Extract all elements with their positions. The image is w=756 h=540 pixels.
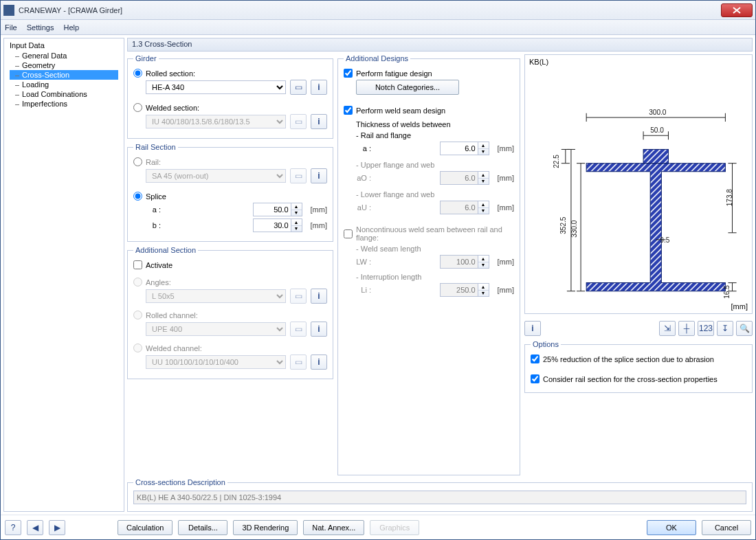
check-activate[interactable]: Activate: [133, 260, 327, 269]
close-icon: [733, 7, 741, 14]
library-button[interactable]: ▭: [290, 80, 307, 95]
dialog-footer: ? ◀ ▶ Calculation Details... 3D Renderin…: [1, 515, 755, 539]
check-weldseam-input[interactable]: [344, 106, 353, 115]
check-rail-props-input[interactable]: [531, 374, 540, 383]
info-button[interactable]: i: [311, 289, 327, 304]
weldseam-length-label: - Weld seam length: [344, 245, 514, 253]
preview-toolbar: i ⇲ ┼ 123 ↧ 🔍: [524, 321, 753, 336]
rail-legend: Rail Section: [133, 143, 178, 151]
addsec-legend: Additional Section: [133, 246, 198, 254]
check-abrasion-input[interactable]: [531, 355, 540, 363]
3d-rendering-button[interactable]: 3D Rendering: [233, 520, 298, 535]
radio-rolled-section[interactable]: Rolled section:: [133, 69, 327, 78]
check-noncontinuous-input[interactable]: [344, 229, 353, 238]
radio-rolled-channel: Rolled channel:: [133, 311, 327, 319]
angles-select: L 50x5: [146, 289, 286, 303]
radio-rail[interactable]: Rail:: [133, 157, 327, 166]
tree-item-imperfections[interactable]: Imperfections: [10, 99, 118, 109]
menubar: File Settings Help: [1, 20, 755, 35]
rolled-section-select[interactable]: HE-A 340: [146, 80, 286, 94]
weld-a-label: a :: [356, 144, 371, 153]
tree-item-cross-section[interactable]: Cross-Section: [10, 70, 118, 80]
next-button[interactable]: ▶: [49, 520, 65, 535]
check-rail-props-label: Consider rail section for the cross-sect…: [543, 375, 718, 383]
ok-button[interactable]: OK: [647, 520, 696, 535]
check-rail-props[interactable]: Consider rail section for the cross-sect…: [531, 374, 746, 383]
check-abrasion[interactable]: 25% reduction of the splice section due …: [531, 355, 746, 363]
welded-channel-select: UU 100/100/10/10/10/400: [146, 355, 286, 369]
menu-settings[interactable]: Settings: [27, 23, 54, 32]
menu-help[interactable]: Help: [63, 23, 79, 32]
notch-categories-button[interactable]: Notch Categories...: [356, 80, 459, 95]
svg-text:16.5: 16.5: [723, 285, 731, 299]
splice-a-input[interactable]: ▲▼: [253, 203, 302, 216]
check-weldseam-label: Perform weld seam design: [356, 106, 445, 115]
check-weldseam[interactable]: Perform weld seam design: [344, 106, 514, 115]
calculation-button[interactable]: Calculation: [118, 520, 173, 535]
lw-input: ▲▼: [440, 255, 489, 269]
group-girder: Girder Rolled section: HE-A 340 ▭ i Weld…: [127, 54, 333, 139]
unit-mm: [mm]: [498, 144, 514, 153]
info-button[interactable]: i: [311, 355, 327, 370]
check-fatigue[interactable]: Perform fatigue design: [344, 69, 514, 78]
view-dims-icon[interactable]: ⇲: [659, 321, 676, 336]
view-axes-icon[interactable]: ┼: [678, 321, 695, 336]
group-description: Cross-sections Description: [127, 478, 753, 512]
preview-label: KB(L): [529, 58, 548, 66]
description-field: [133, 491, 746, 504]
details-button[interactable]: Details...: [178, 520, 227, 535]
interruption-length-label: - Interruption length: [344, 273, 514, 281]
nat-annex-button[interactable]: Nat. Annex...: [303, 520, 364, 535]
radio-rolled-input[interactable]: [133, 69, 142, 78]
radio-splice[interactable]: Splice: [133, 192, 327, 201]
rail-flange-label: - Rail and flange: [344, 131, 514, 139]
info-button[interactable]: i: [311, 114, 327, 129]
tree-item-loading[interactable]: Loading: [10, 80, 118, 89]
view-axes2-icon[interactable]: ↧: [717, 321, 733, 336]
radio-splice-input[interactable]: [133, 192, 142, 201]
lower-label: - Lower flange and web: [344, 190, 514, 199]
zoom-icon[interactable]: 🔍: [736, 321, 753, 336]
radio-welded-section[interactable]: Welded section:: [133, 103, 327, 112]
weld-a-input[interactable]: ▲▼: [440, 142, 489, 155]
info-button[interactable]: i: [311, 80, 327, 95]
check-activate-input[interactable]: [133, 260, 142, 269]
info-button[interactable]: i: [311, 322, 327, 337]
tree-item-load-combinations[interactable]: Load Combinations: [10, 89, 118, 99]
weld-ao-label: aO :: [356, 174, 371, 182]
tree-item-general-data[interactable]: General Data: [10, 51, 118, 60]
svg-text:9.5: 9.5: [660, 236, 669, 244]
help-button[interactable]: ?: [5, 520, 21, 535]
check-fatigue-input[interactable]: [344, 69, 353, 78]
navigator-tree: Input Data General DataGeometryCross-Sec…: [3, 38, 124, 512]
check-fatigue-label: Perform fatigue design: [356, 69, 432, 78]
li-label: Li :: [356, 286, 371, 294]
tree-item-geometry[interactable]: Geometry: [10, 60, 118, 70]
info-button[interactable]: i: [311, 168, 327, 183]
weld-au-input: ▲▼: [440, 201, 489, 214]
rolled-channel-select: UPE 400: [146, 322, 286, 336]
menu-file[interactable]: File: [5, 23, 17, 32]
page-title: 1.3 Cross-Section: [127, 38, 753, 52]
radio-welded-input[interactable]: [133, 103, 142, 112]
library-button: ▭: [290, 168, 307, 183]
radio-rail-input[interactable]: [133, 157, 142, 166]
svg-text:22.5: 22.5: [553, 155, 560, 168]
cancel-button[interactable]: Cancel: [702, 520, 751, 535]
unit-mm: [mm]: [498, 286, 514, 294]
check-abrasion-label: 25% reduction of the splice section due …: [543, 355, 714, 363]
welded-section-select: IU 400/180/13.5/8.6/180/13.5: [146, 115, 286, 128]
designs-legend: Additional Designs: [344, 54, 410, 63]
unit-mm: [mm]: [311, 221, 327, 229]
window-title: CRANEWAY - [CRAWA Girder]: [19, 6, 718, 14]
splice-b-input[interactable]: ▲▼: [253, 218, 302, 232]
check-noncontinuous[interactable]: Noncontinuous weld seam between rail and…: [344, 225, 514, 242]
info-button[interactable]: i: [524, 321, 541, 336]
view-values-icon[interactable]: 123: [698, 321, 714, 336]
weld-ao-input: ▲▼: [440, 171, 489, 185]
upper-label: - Upper flange and web: [344, 161, 514, 169]
radio-rail-label: Rail:: [146, 158, 161, 166]
prev-button[interactable]: ◀: [27, 520, 43, 535]
library-button: ▭: [290, 289, 307, 304]
close-button[interactable]: [721, 3, 753, 17]
